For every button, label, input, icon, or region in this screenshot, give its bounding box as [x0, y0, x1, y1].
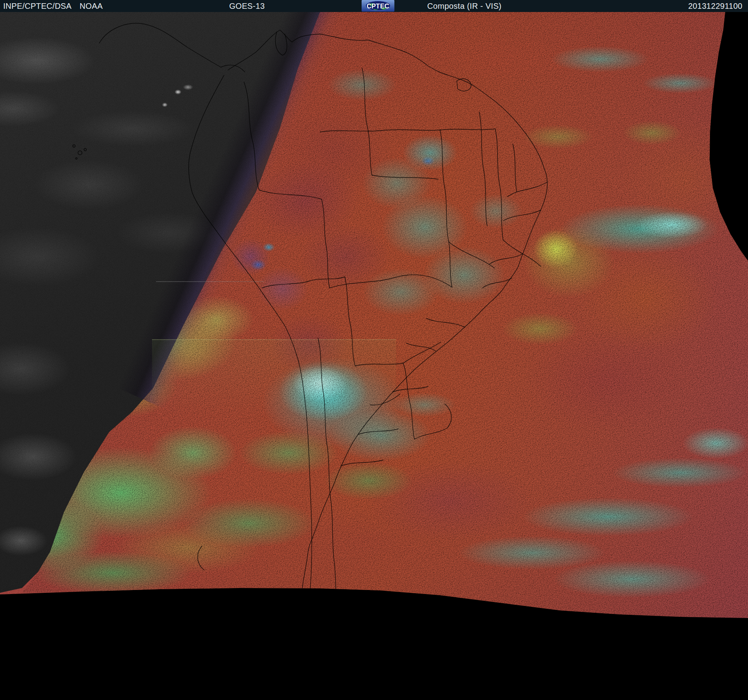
map-boundaries-overlay [0, 12, 748, 700]
timestamp-label: 201312291100 [688, 0, 742, 12]
noaa-label: NOAA [80, 0, 103, 12]
screen: INPE/CPTEC/DSA NOAA GOES-13 CPTEC Compos… [0, 0, 748, 700]
agency-label: INPE/CPTEC/DSA [3, 0, 72, 12]
logo-text: CPTEC [367, 3, 390, 10]
satellite-label: GOES-13 [229, 0, 265, 12]
cptec-logo: CPTEC [362, 0, 394, 12]
satellite-image [0, 12, 748, 700]
product-label: Composta (IR - VIS) [427, 0, 502, 12]
cptec-logo-icon: CPTEC [362, 0, 394, 12]
header-bar: INPE/CPTEC/DSA NOAA GOES-13 CPTEC Compos… [0, 0, 748, 12]
